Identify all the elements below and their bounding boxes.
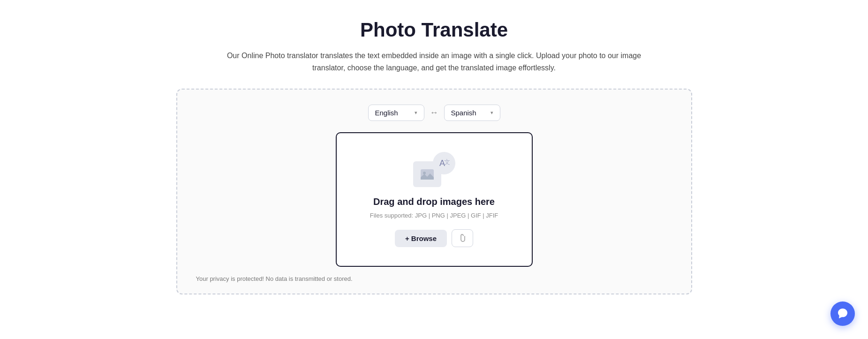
target-language-dropdown[interactable]: Spanish ▾	[444, 105, 500, 121]
page-title: Photo Translate	[360, 19, 508, 41]
drop-zone-actions: + Browse	[395, 229, 473, 247]
clip-icon	[458, 234, 467, 242]
main-container: English ▾ ↔ Spanish ▾ A	[176, 89, 692, 294]
language-selector: English ▾ ↔ Spanish ▾	[368, 105, 500, 121]
page-description: Our Online Photo translator translates t…	[223, 50, 645, 74]
target-chevron-icon: ▾	[491, 110, 493, 116]
drop-zone-icon: A 文	[413, 152, 455, 187]
swap-languages-icon[interactable]: ↔	[430, 108, 438, 118]
drop-zone-title: Drag and drop images here	[373, 196, 495, 207]
source-chevron-icon: ▾	[415, 110, 417, 116]
chat-icon	[837, 308, 849, 320]
translate-icon: A 文	[433, 152, 455, 174]
source-language-dropdown[interactable]: English ▾	[368, 105, 424, 121]
svg-text:文: 文	[444, 158, 450, 166]
drop-zone-subtitle: Files supported: JPG | PNG | JPEG | GIF …	[370, 212, 498, 219]
drop-zone[interactable]: A 文 Drag and drop images here Files supp…	[336, 132, 533, 267]
privacy-note: Your privacy is protected! No data is tr…	[196, 275, 353, 282]
clipboard-button[interactable]	[452, 229, 473, 247]
target-language-label: Spanish	[451, 109, 476, 117]
chat-button[interactable]	[830, 301, 855, 326]
source-language-label: English	[375, 109, 398, 117]
browse-button[interactable]: + Browse	[395, 230, 447, 247]
